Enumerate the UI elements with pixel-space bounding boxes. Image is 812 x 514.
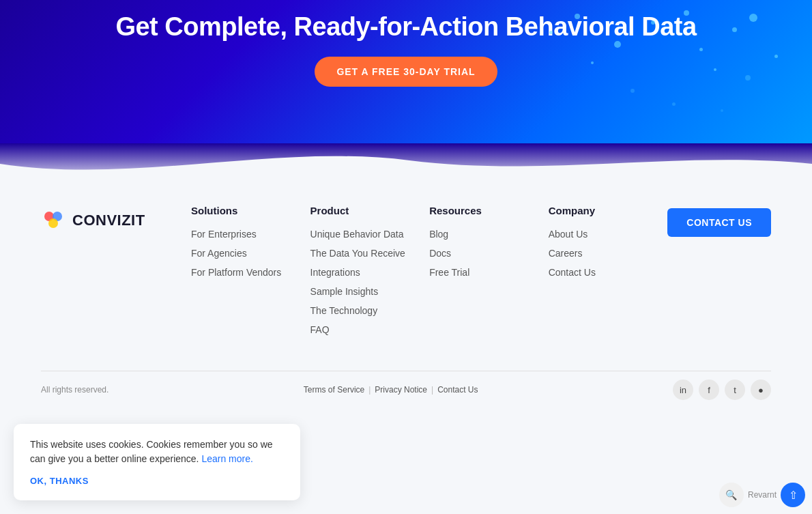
nav-col-resources: ResourcesBlogDocsFree Trial: [429, 205, 549, 343]
footer-bottom: All rights reserved. Terms of Service | …: [41, 371, 771, 400]
revarnt-search-icon[interactable]: 🔍: [719, 483, 744, 507]
privacy-link[interactable]: Privacy Notice: [375, 385, 427, 395]
scroll-top-button[interactable]: ⇧: [781, 483, 805, 507]
sep-1: |: [368, 385, 371, 395]
terms-link[interactable]: Terms of Service: [304, 385, 364, 395]
wave-transition: [0, 143, 812, 184]
twitter-icon[interactable]: t: [725, 380, 745, 400]
wave-svg: [0, 143, 812, 184]
cookie-banner: This website uses cookies. Cookies remem…: [14, 424, 300, 500]
nav-col-solutions: SolutionsFor EnterprisesFor AgenciesFor …: [191, 205, 310, 343]
footer-links: Terms of Service | Privacy Notice | Cont…: [304, 385, 478, 395]
nav-link-docs[interactable]: Docs: [429, 248, 549, 259]
nav-col-title-company: Company: [549, 205, 668, 216]
nav-link-the-data-you-receive[interactable]: The Data You Receive: [310, 248, 430, 259]
sep-2: |: [431, 385, 433, 395]
learn-more-link[interactable]: Learn more.: [201, 453, 252, 464]
nav-link-for-agencies[interactable]: For Agencies: [191, 248, 310, 259]
contact-us-button[interactable]: CONTACT US: [667, 208, 771, 237]
nav-col-title-resources: Resources: [429, 205, 549, 216]
nav-col-title-solutions: Solutions: [191, 205, 310, 216]
contact-link[interactable]: Contact Us: [437, 385, 478, 395]
nav-link-unique-behavior-data[interactable]: Unique Behavior Data: [310, 229, 430, 240]
revarnt-widget: 🔍 Revarnt ⇧: [719, 483, 805, 507]
revarnt-label: Revarnt: [748, 490, 777, 500]
nav-link-about-us[interactable]: About Us: [549, 229, 668, 240]
nav-link-integrations[interactable]: Integrations: [310, 267, 430, 278]
nav-col-company: CompanyAbout UsCareersContact Us: [549, 205, 668, 343]
instagram-icon[interactable]: ●: [751, 380, 771, 400]
footer: CONVIZIT SolutionsFor EnterprisesFor Age…: [0, 184, 812, 414]
nav-link-careers[interactable]: Careers: [549, 248, 668, 259]
footer-top: CONVIZIT SolutionsFor EnterprisesFor Age…: [41, 205, 771, 343]
logo-icon: [41, 208, 66, 233]
nav-columns: SolutionsFor EnterprisesFor AgenciesFor …: [191, 205, 667, 343]
social-icons: in f t ●: [673, 380, 771, 400]
linkedin-icon[interactable]: in: [673, 380, 693, 400]
nav-link-faq[interactable]: FAQ: [310, 324, 430, 335]
nav-link-the-technology[interactable]: The Technology: [310, 305, 430, 316]
cookie-ok-button[interactable]: OK, THANKS: [30, 476, 89, 486]
nav-link-contact-us[interactable]: Contact Us: [549, 267, 668, 278]
logo-text: CONVIZIT: [72, 212, 145, 229]
logo-area: CONVIZIT: [41, 208, 164, 233]
nav-col-product: ProductUnique Behavior DataThe Data You …: [310, 205, 430, 343]
cta-button[interactable]: GET A FREE 30-DAY TRIAL: [315, 57, 497, 87]
nav-link-free-trial[interactable]: Free Trial: [429, 267, 549, 278]
hero-title: Get Complete, Ready-for-Action Behaviora…: [115, 12, 696, 42]
hero-section: Get Complete, Ready-for-Action Behaviora…: [0, 0, 812, 143]
contact-btn-area: CONTACT US: [667, 205, 771, 237]
copyright: All rights reserved.: [41, 385, 108, 395]
nav-link-sample-insights[interactable]: Sample Insights: [310, 286, 430, 297]
svg-point-2: [48, 218, 58, 228]
cookie-text: This website uses cookies. Cookies remem…: [30, 438, 284, 466]
nav-link-blog[interactable]: Blog: [429, 229, 549, 240]
nav-link-for-enterprises[interactable]: For Enterprises: [191, 229, 310, 240]
facebook-icon[interactable]: f: [699, 380, 719, 400]
nav-col-title-product: Product: [310, 205, 430, 216]
nav-link-for-platform-vendors[interactable]: For Platform Vendors: [191, 267, 310, 278]
